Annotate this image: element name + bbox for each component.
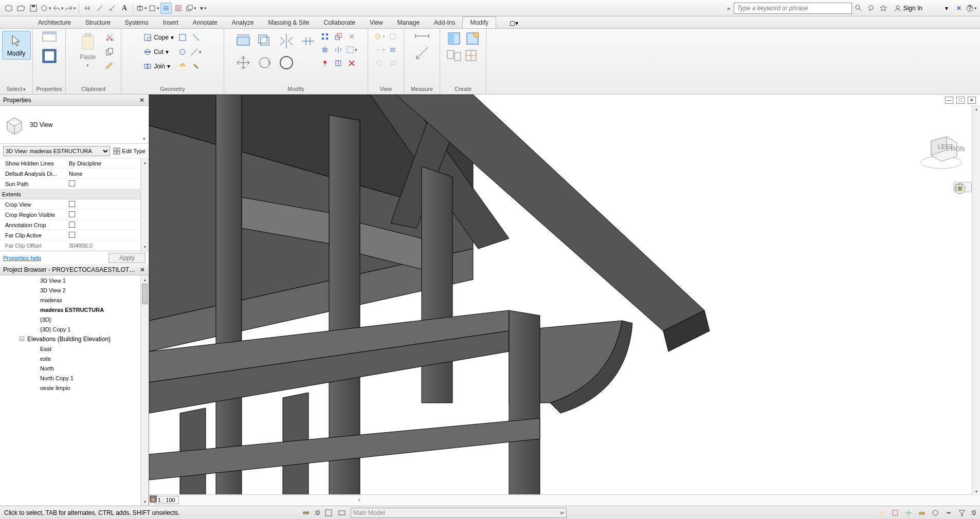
viewcube[interactable]: LEFT FRONT (918, 125, 965, 172)
type-selector[interactable]: 3D View ▾ (0, 106, 149, 144)
zoom-icon[interactable] (954, 182, 964, 193)
cut-button[interactable] (105, 31, 114, 44)
app-menu-icon[interactable] (3, 3, 14, 14)
apply-button[interactable]: Apply (108, 253, 146, 263)
cut-geom-button[interactable]: Cut ▾ (143, 45, 174, 59)
align-icon[interactable] (82, 3, 93, 14)
qat-customize-icon[interactable]: ▾ (197, 3, 209, 14)
browser-view-item[interactable]: 3D View 1 (0, 275, 149, 285)
view-t2-icon[interactable] (387, 31, 398, 42)
join-button[interactable]: Join ▾ (143, 60, 174, 73)
sb-i1-icon[interactable] (877, 508, 886, 517)
signin-button[interactable]: Sign In ▾ (890, 5, 952, 12)
shadows-icon[interactable] (219, 495, 228, 505)
create-parts-icon[interactable] (465, 49, 477, 62)
cropregion-checkbox[interactable] (69, 211, 75, 217)
type-properties-icon[interactable] (42, 48, 57, 64)
section-icon[interactable] (148, 3, 159, 14)
visual-style-icon[interactable] (194, 495, 204, 505)
browser-elev-item[interactable]: oeste limpio (0, 383, 149, 393)
view-3d-icon[interactable] (136, 3, 147, 14)
editable-only-icon[interactable] (324, 508, 333, 517)
view-close-icon[interactable]: ✕ (968, 97, 976, 104)
lock3d-icon[interactable] (268, 495, 278, 505)
exchange-icon[interactable]: ✕ (953, 3, 965, 14)
geom-tool-6[interactable] (190, 61, 202, 72)
rotate-tool-icon[interactable] (257, 54, 273, 71)
instance-selector[interactable]: 3D View: maderas ESTRUCTURA (3, 146, 110, 156)
measure-tool-icon[interactable] (414, 45, 430, 61)
grid-icon[interactable] (319, 44, 331, 55)
close-views-icon[interactable] (173, 3, 184, 14)
edit-type-button[interactable]: Edit Type (113, 147, 146, 155)
close-browser-icon[interactable]: ✕ (139, 266, 146, 273)
pin-icon[interactable] (319, 58, 331, 69)
undo-icon[interactable] (52, 3, 64, 14)
geom-tool-5[interactable] (177, 61, 188, 72)
browser-elev-item[interactable]: North (0, 363, 149, 373)
save-icon[interactable] (28, 3, 39, 14)
modify-tool-button[interactable]: Modify (2, 31, 31, 60)
tab-annotate[interactable]: Annotate (186, 17, 225, 28)
split-tool-icon[interactable] (300, 33, 316, 49)
thin-lines-icon[interactable] (160, 3, 172, 14)
view-hide-icon[interactable] (374, 31, 385, 42)
view-minimize-icon[interactable]: — (945, 97, 953, 104)
matchtype-button[interactable] (105, 60, 114, 73)
temp-hide-icon[interactable] (281, 495, 290, 505)
reveal-icon[interactable] (293, 495, 302, 505)
browser-scrollbar[interactable]: ▴▾ (140, 275, 149, 506)
annocrop-checkbox[interactable] (69, 221, 75, 228)
properties-help-link[interactable]: Properties help (3, 255, 41, 261)
navigation-bar[interactable]: ▾ (953, 182, 972, 192)
browser-view-item[interactable]: 3D View 2 (0, 285, 149, 295)
browser-category[interactable]: −Elevations (Building Elevation) (0, 334, 149, 344)
vc-t4-icon[interactable] (342, 495, 352, 505)
scale-icon[interactable] (333, 31, 344, 42)
delete2-icon[interactable] (333, 58, 344, 69)
sb-i4-icon[interactable] (917, 508, 927, 517)
sunpath-checkbox[interactable] (69, 180, 75, 187)
vc-t1-icon[interactable] (305, 495, 315, 505)
tab-architecture[interactable]: Architecture (31, 17, 78, 28)
help-icon[interactable]: ? (966, 3, 977, 14)
browser-view-item[interactable]: maderas (0, 295, 149, 305)
ribbon-collapse-icon[interactable]: ▢▾ (506, 18, 521, 28)
move-tool-icon[interactable] (235, 54, 251, 71)
copy-button[interactable] (105, 45, 114, 59)
props-scrollbar[interactable]: ▴▾ (140, 158, 149, 251)
view-t5-icon[interactable] (374, 58, 385, 69)
align-tool-icon[interactable] (235, 33, 251, 49)
delete-icon[interactable] (346, 58, 357, 69)
properties-icon[interactable] (41, 31, 58, 45)
sync-icon[interactable] (40, 3, 51, 14)
view-t3-icon[interactable] (374, 44, 385, 55)
text-icon[interactable]: A (119, 3, 130, 14)
view-maximize-icon[interactable]: □ (956, 97, 965, 104)
close-properties-icon[interactable]: ✕ (138, 97, 146, 104)
switch-windows-icon[interactable] (185, 3, 196, 14)
geom-tool-3[interactable] (177, 46, 188, 58)
main-model-selector[interactable]: Main Model (351, 508, 567, 518)
open-icon[interactable] (15, 3, 27, 14)
comm-icon[interactable] (865, 3, 877, 14)
tab-insert[interactable]: Insert (156, 17, 186, 28)
design-options-icon[interactable] (337, 508, 347, 517)
measure-aligned-icon[interactable] (414, 31, 430, 41)
browser-view-item-active[interactable]: maderas ESTRUCTURA (0, 305, 149, 314)
tab-massing[interactable]: Massing & Site (261, 17, 317, 28)
view-scale[interactable]: 1 : 100 (154, 496, 179, 504)
tab-collaborate[interactable]: Collaborate (317, 17, 362, 28)
farclip-checkbox[interactable] (69, 232, 75, 238)
tab-modify[interactable]: Modify (462, 16, 496, 28)
crop-icon[interactable] (244, 495, 253, 505)
create-similar-icon[interactable] (446, 31, 462, 46)
cropview-checkbox[interactable] (69, 201, 75, 207)
favorite-icon[interactable] (878, 3, 889, 14)
unpin-icon[interactable] (346, 31, 357, 42)
search-input[interactable] (734, 3, 852, 14)
create-assembly-icon[interactable] (446, 49, 462, 62)
search-icon[interactable] (853, 3, 864, 14)
sb-i6-icon[interactable] (944, 508, 953, 517)
sun-path-icon[interactable] (207, 495, 216, 505)
